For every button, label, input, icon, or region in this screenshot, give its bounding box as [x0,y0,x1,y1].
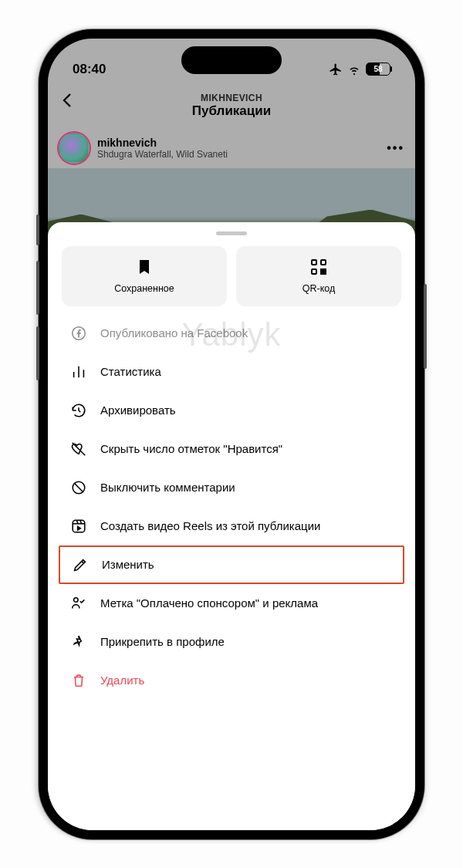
menu-item-sponsor[interactable]: Метка "Оплачено спонсором" и реклама [65,584,398,623]
menu-item-label: Метка "Оплачено спонсором" и реклама [100,596,318,610]
menu-item-label: Выключить комментарии [100,481,235,494]
svg-rect-11 [73,520,85,532]
menu-item-label: Удалить [100,674,144,687]
svg-rect-1 [321,260,326,265]
post-header: mikhnevich Shdugra Waterfall, Wild Svane… [48,130,415,167]
menu-item-label: Изменить [102,558,154,571]
menu-item-label: Опубликовано на Facebook [100,326,248,339]
svg-line-10 [74,483,83,492]
header-title: Публикации [60,103,403,119]
battery-icon: 58 [366,62,390,76]
svg-line-15 [82,561,84,563]
menu-item-label: Скрыть число отметок "Нравится" [100,442,282,455]
edit-icon [71,556,90,573]
svg-rect-5 [321,272,323,274]
svg-rect-4 [324,269,326,271]
airplane-icon [329,62,343,76]
menu-item-facebook[interactable]: Опубликовано на Facebook [65,314,398,353]
sheet-grabber[interactable] [216,231,247,235]
svg-point-16 [74,597,79,602]
saved-label: Сохраненное [114,283,174,294]
svg-rect-2 [312,269,316,274]
comments-off-icon [69,479,88,496]
action-menu: Опубликовано на FacebookСтатистикаАрхиви… [62,314,401,700]
avatar[interactable] [59,133,90,164]
dynamic-island [181,46,282,74]
more-button[interactable]: ••• [387,141,404,155]
stats-icon [69,363,88,380]
delete-icon [69,672,88,689]
saved-button[interactable]: Сохраненное [62,246,227,306]
menu-item-comments-off[interactable]: Выключить комментарии [65,468,398,507]
menu-item-hide-like[interactable]: Скрыть число отметок "Нравится" [65,430,398,468]
back-button[interactable] [59,91,77,110]
wifi-icon [347,62,361,76]
action-sheet: Сохраненное QR-код Опубликовано на Faceb… [48,222,415,830]
menu-item-archive[interactable]: Архивировать [65,391,398,430]
facebook-icon [69,325,88,342]
menu-item-edit[interactable]: Изменить [59,545,404,584]
menu-item-reels[interactable]: Создать видео Reels из этой публикации [65,507,398,545]
qr-button[interactable]: QR-код [236,246,401,306]
hide-like-icon [69,441,88,458]
post-location[interactable]: Shdugra Waterfall, Wild Svaneti [97,149,387,160]
svg-rect-0 [312,260,316,265]
header-subtitle: MIKHNEVICH [60,93,403,103]
menu-item-label: Создать видео Reels из этой публикации [100,519,320,532]
archive-icon [69,402,88,419]
svg-rect-6 [324,272,326,274]
bookmark-icon [135,258,154,279]
menu-item-label: Прикрепить в профиле [100,635,225,648]
menu-item-label: Статистика [100,365,161,378]
svg-rect-3 [321,269,323,271]
menu-item-delete[interactable]: Удалить [65,661,398,700]
menu-item-stats[interactable]: Статистика [65,353,398,391]
pin-icon [69,633,88,650]
qr-label: QR-код [302,283,336,294]
post-username[interactable]: mikhnevich [97,137,387,149]
sponsor-icon [69,595,88,612]
clock: 08:40 [73,62,106,77]
menu-item-label: Архивировать [100,404,176,417]
menu-item-pin[interactable]: Прикрепить в профиле [65,623,398,661]
qr-icon [309,258,328,279]
nav-header: MIKHNEVICH Публикации [48,88,415,125]
reels-icon [69,518,88,535]
